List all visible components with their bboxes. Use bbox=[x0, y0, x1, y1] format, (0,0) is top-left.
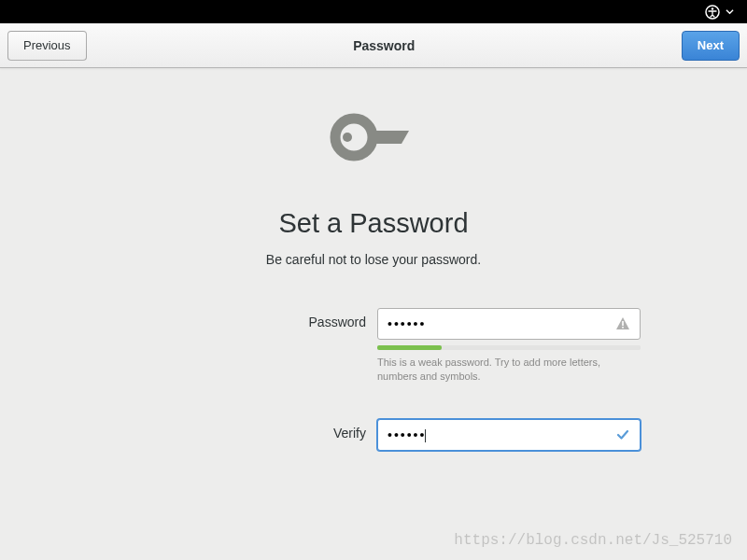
key-icon bbox=[329, 107, 418, 171]
password-hint: This is a weak password. Try to add more… bbox=[377, 356, 641, 384]
svg-point-2 bbox=[335, 119, 373, 156]
top-panel bbox=[0, 0, 747, 23]
password-input-wrap bbox=[377, 308, 641, 340]
password-label: Password bbox=[106, 308, 377, 329]
verify-input[interactable]: •••••• bbox=[388, 427, 426, 442]
header-bar: Previous Password Next bbox=[0, 23, 747, 68]
warning-icon bbox=[615, 316, 630, 331]
accessibility-icon[interactable] bbox=[705, 5, 720, 20]
page-title: Set a Password bbox=[278, 208, 468, 239]
watermark: https://blog.csdn.net/Js_525710 bbox=[454, 532, 732, 549]
password-row: Password This is a weak password. Try to… bbox=[106, 308, 641, 384]
svg-point-3 bbox=[343, 133, 352, 142]
content-area: Set a Password Be careful not to lose yo… bbox=[0, 68, 747, 460]
verify-row: Verify •••••• bbox=[106, 419, 641, 451]
svg-point-1 bbox=[712, 7, 714, 10]
verify-label: Verify bbox=[106, 419, 377, 441]
previous-button[interactable]: Previous bbox=[7, 31, 87, 61]
password-strength-meter bbox=[377, 345, 641, 350]
password-input[interactable] bbox=[388, 316, 615, 331]
svg-rect-5 bbox=[622, 327, 624, 329]
header-title: Password bbox=[87, 38, 682, 53]
chevron-down-icon[interactable] bbox=[726, 7, 734, 16]
page-subtitle: Be careful not to lose your password. bbox=[266, 252, 481, 267]
svg-rect-4 bbox=[622, 321, 624, 326]
checkmark-icon bbox=[615, 427, 630, 442]
verify-input-wrap: •••••• bbox=[377, 419, 641, 451]
next-button[interactable]: Next bbox=[682, 31, 740, 61]
